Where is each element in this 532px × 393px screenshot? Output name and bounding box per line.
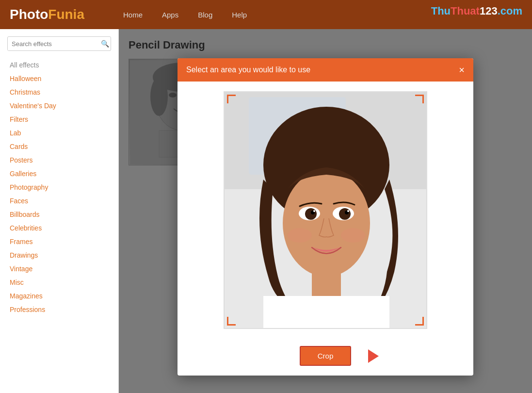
search-input[interactable]	[8, 37, 97, 50]
content: Pencil Drawing	[119, 29, 532, 393]
modal-body	[177, 82, 473, 339]
crop-corner-tl[interactable]	[227, 95, 236, 103]
modal-overlay: Select an area you would like to use ×	[119, 29, 532, 393]
svg-point-19	[283, 170, 370, 277]
selfie-photo	[225, 92, 426, 328]
crop-container	[187, 91, 464, 329]
sidebar-item-frames[interactable]: Frames	[0, 235, 118, 248]
svg-point-30	[341, 228, 365, 243]
sidebar-item-billboards[interactable]: Billboards	[0, 208, 118, 221]
sidebar-item-all-effects[interactable]: All effects	[0, 58, 118, 72]
sidebar-item-valentines[interactable]: Valentine's Day	[0, 99, 118, 113]
sidebar-item-lab[interactable]: Lab	[0, 126, 118, 140]
sidebar-item-galleries[interactable]: Galleries	[0, 167, 118, 180]
arrow-icon	[368, 349, 379, 363]
svg-point-23	[305, 208, 317, 220]
sidebar-item-cards[interactable]: Cards	[0, 140, 118, 153]
sidebar-item-vintage[interactable]: Vintage	[0, 262, 118, 276]
modal-title: Select an area you would like to use	[186, 66, 310, 74]
nav-apps[interactable]: Apps	[162, 11, 178, 19]
brand-thu: Thu	[431, 5, 451, 17]
sidebar-item-drawings[interactable]: Drawings	[0, 248, 118, 262]
search-icon-btn[interactable]: 🔍	[97, 37, 111, 50]
sidebar-item-faces[interactable]: Faces	[0, 194, 118, 208]
sidebar-item-celebrities[interactable]: Celebrities	[0, 221, 118, 235]
nav-home[interactable]: Home	[123, 11, 143, 19]
svg-point-28	[347, 210, 349, 212]
svg-point-24	[339, 208, 351, 220]
crop-corner-br[interactable]	[415, 317, 424, 326]
logo-funia: Funia	[48, 7, 84, 22]
navigation: Home Apps Blog Help	[123, 11, 247, 19]
header: PhotoFunia Home Apps Blog Help ThuThuat1…	[0, 0, 532, 29]
sidebar-item-halloween[interactable]: Halloween	[0, 72, 118, 85]
sidebar-item-posters[interactable]: Posters	[0, 153, 118, 167]
crop-footer: Crop	[177, 339, 473, 376]
modal-header: Select an area you would like to use ×	[177, 58, 473, 82]
sidebar-item-christmas[interactable]: Christmas	[0, 85, 118, 99]
sidebar-item-misc[interactable]: Misc	[0, 276, 118, 289]
brand-watermark: ThuThuat123.com	[431, 5, 522, 17]
sidebar-item-professions[interactable]: Professions	[0, 303, 118, 316]
sidebar-item-photography[interactable]: Photography	[0, 180, 118, 194]
sidebar-item-magazines[interactable]: Magazines	[0, 289, 118, 303]
svg-point-27	[313, 210, 315, 212]
crop-image-area[interactable]	[224, 91, 427, 329]
logo[interactable]: PhotoFunia	[10, 7, 84, 22]
modal-close-button[interactable]: ×	[459, 65, 465, 75]
logo-photo: Photo	[10, 7, 48, 22]
svg-rect-33	[263, 296, 389, 329]
brand-com: .com	[498, 5, 522, 17]
svg-point-29	[288, 228, 312, 243]
crop-corner-tr[interactable]	[415, 95, 424, 103]
nav-help[interactable]: Help	[232, 11, 247, 19]
main-layout: 🔍 All effects Halloween Christmas Valent…	[0, 29, 532, 393]
search-box[interactable]: 🔍	[7, 36, 111, 51]
brand-123: 123	[480, 5, 498, 17]
logo-text: PhotoFunia	[10, 7, 84, 22]
arrow-indicator	[368, 349, 379, 365]
crop-corner-bl[interactable]	[227, 317, 236, 326]
crop-button[interactable]: Crop	[300, 346, 352, 366]
sidebar-item-filters[interactable]: Filters	[0, 113, 118, 126]
crop-modal: Select an area you would like to use ×	[177, 58, 473, 376]
sidebar: 🔍 All effects Halloween Christmas Valent…	[0, 29, 119, 393]
selfie-svg	[225, 92, 427, 329]
brand-thuat: Thuat	[451, 5, 480, 17]
nav-blog[interactable]: Blog	[198, 11, 212, 19]
